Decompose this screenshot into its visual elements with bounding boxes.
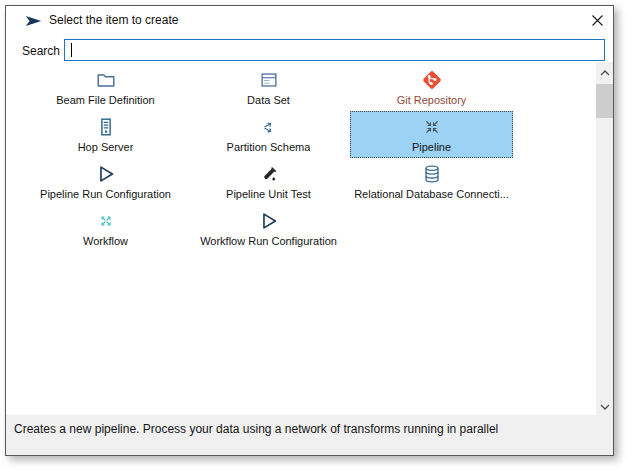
- collapse-arrows-icon: [423, 114, 441, 140]
- server-icon: [95, 114, 117, 140]
- title-bar[interactable]: Select the item to create: [6, 6, 613, 36]
- item-label: Hop Server: [78, 141, 134, 153]
- item-hop-server[interactable]: Hop Server: [24, 111, 187, 158]
- status-bar: Creates a new pipeline. Process your dat…: [6, 415, 613, 455]
- item-pipeline[interactable]: Pipeline: [350, 111, 513, 158]
- scroll-up-button[interactable]: [596, 64, 613, 81]
- item-label: Pipeline Run Configuration: [40, 188, 171, 200]
- status-text: Creates a new pipeline. Process your dat…: [14, 422, 498, 436]
- dataset-icon: [258, 67, 280, 93]
- item-label: Git Repository: [397, 94, 467, 106]
- items-grid: Beam File Definition Data Set Git Reposi…: [24, 64, 513, 252]
- scroll-down-icon: [600, 404, 610, 410]
- search-input[interactable]: [67, 41, 597, 57]
- item-data-set[interactable]: Data Set: [187, 64, 350, 111]
- dialog-title: Select the item to create: [49, 13, 178, 27]
- item-label: Pipeline Unit Test: [226, 188, 311, 200]
- item-pipeline-run-configuration[interactable]: Pipeline Run Configuration: [24, 158, 187, 205]
- item-workflow[interactable]: Workflow: [24, 205, 187, 252]
- partition-arrows-icon: [259, 114, 278, 140]
- search-field-border: [64, 39, 605, 61]
- vertical-scrollbar[interactable]: [596, 62, 613, 415]
- item-git-repository[interactable]: Git Repository: [350, 64, 513, 111]
- dialog-window: Select the item to create Search Beam Fi…: [5, 5, 614, 456]
- item-partition-schema[interactable]: Partition Schema: [187, 111, 350, 158]
- item-label: Workflow: [83, 235, 128, 247]
- scroll-down-button[interactable]: [596, 398, 613, 415]
- test-tube-icon: [258, 161, 279, 187]
- text-caret: [71, 43, 72, 57]
- folder-icon: [95, 67, 117, 93]
- item-label: Pipeline: [412, 141, 451, 153]
- item-workflow-run-configuration[interactable]: Workflow Run Configuration: [187, 205, 350, 252]
- item-label: Workflow Run Configuration: [200, 235, 337, 247]
- play-icon: [258, 208, 280, 234]
- item-pipeline-unit-test[interactable]: Pipeline Unit Test: [187, 158, 350, 205]
- expand-arrows-icon: [98, 208, 114, 234]
- item-label: Partition Schema: [227, 141, 311, 153]
- scroll-up-icon: [600, 70, 610, 76]
- item-beam-file-definition[interactable]: Beam File Definition: [24, 64, 187, 111]
- play-icon: [95, 161, 117, 187]
- item-label: Beam File Definition: [56, 94, 154, 106]
- item-label: Data Set: [247, 94, 290, 106]
- close-icon: [591, 14, 604, 27]
- search-label: Search: [22, 44, 60, 58]
- close-button[interactable]: [586, 9, 608, 31]
- item-relational-database-connecti[interactable]: Relational Database Connecti...: [350, 158, 513, 205]
- hop-arrow-icon: [25, 14, 42, 28]
- scrollbar-thumb[interactable]: [596, 84, 613, 118]
- git-repository-icon: [420, 67, 444, 93]
- database-icon: [421, 161, 443, 187]
- item-label: Relational Database Connecti...: [354, 188, 509, 200]
